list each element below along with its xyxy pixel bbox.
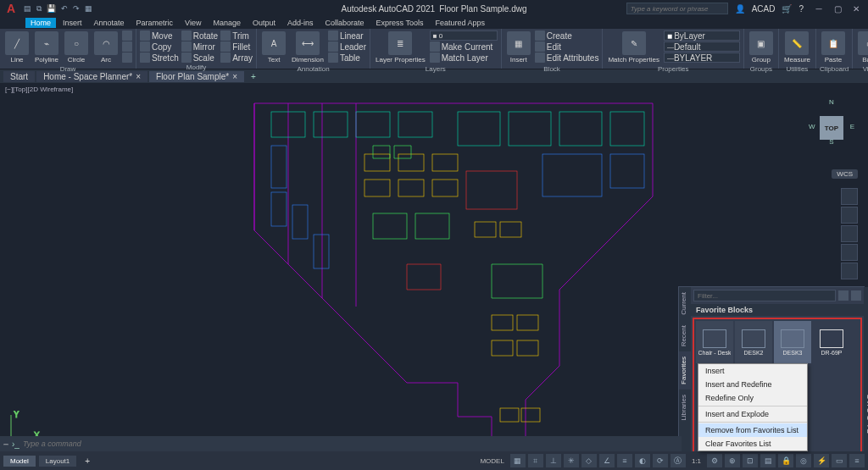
annotation-monitor-icon[interactable]: ⊕ [725,454,740,467]
palette-tab-recent[interactable]: Recent [679,320,691,351]
insert-block-button[interactable]: ▦Insert [505,30,532,64]
draw-extra-1[interactable] [122,30,132,41]
zoom-extents-icon[interactable] [841,225,858,242]
qat-share-icon[interactable]: ▦ [85,4,92,14]
qat-open-icon[interactable]: ⧉ [36,4,42,14]
help-icon[interactable]: ? [798,4,804,14]
palette-title-bar[interactable]: BLOCKS [864,287,868,470]
user-label[interactable]: ACAD [752,4,776,14]
base-view-button[interactable]: ▭Base [856,30,868,64]
arc-button[interactable]: ◠Arc [92,30,120,64]
viewcube-west[interactable]: W [809,123,815,130]
tab-output[interactable]: Output [248,18,281,28]
transparency-toggle-icon[interactable]: ◐ [635,454,650,467]
qat-undo-icon[interactable]: ↶ [61,4,68,14]
tab-expresstools[interactable]: Express Tools [371,18,429,28]
edit-attrs-button[interactable]: Edit Attributes [535,53,599,63]
ctx-insert-explode[interactable]: Insert and Explode [698,407,807,421]
new-tab-button[interactable]: + [246,72,261,81]
qat-redo-icon[interactable]: ↷ [73,4,80,14]
tab-view[interactable]: View [180,18,206,28]
clean-screen-icon[interactable]: ▭ [832,454,847,467]
leader-button[interactable]: Leader [328,41,366,52]
measure-button[interactable]: 📏Measure [782,30,812,64]
tab-addins[interactable]: Add-ins [282,18,319,28]
layout-tab-model[interactable]: Model [3,456,36,467]
close-button[interactable]: ✕ [848,4,865,14]
lineweight-toggle-icon[interactable]: ≡ [617,454,632,467]
polar-toggle-icon[interactable]: ✳ [564,454,579,467]
edit-block-button[interactable]: Edit [535,41,599,52]
palette-tab-libraries[interactable]: Libraries [679,390,691,426]
modelspace-label[interactable]: MODEL [476,457,507,465]
command-input[interactable] [23,440,678,448]
ctx-insert[interactable]: Insert [698,364,807,378]
create-block-button[interactable]: Create [535,30,599,41]
qat-save-icon[interactable]: 💾 [47,4,56,14]
annotation-scale[interactable]: 1:1 [688,457,704,465]
ctx-insert-redefine[interactable]: Insert and Redefine [698,378,807,391]
palette-view-icon[interactable] [838,290,849,301]
block-chair-desk[interactable]: Chair - Desk [696,321,733,363]
block-desk2[interactable]: DESK2 [735,321,772,363]
isolate-icon[interactable]: ◎ [796,454,811,467]
table-button[interactable]: Table [328,53,366,63]
trim-button[interactable]: Trim [220,30,253,41]
palette-refresh-icon[interactable] [851,290,861,301]
close-icon[interactable]: × [136,72,141,81]
cycling-toggle-icon[interactable]: ⟳ [653,454,668,467]
app-logo[interactable]: A [3,1,19,16]
otrack-toggle-icon[interactable]: ∠ [599,454,615,467]
block-desk3[interactable]: DESK3 [774,321,811,363]
drawing-canvas[interactable]: YX N S E W TOP WCS Current Recent Favori… [0,95,868,451]
copy-button[interactable]: Copy [140,41,179,52]
group-button[interactable]: ▣Group [748,30,775,64]
file-tab-floorplan[interactable]: Floor Plan Sample*× [149,71,244,82]
palette-tab-favorites[interactable]: Favorites [679,351,691,390]
viewcube-face[interactable]: TOP [820,116,843,140]
command-line[interactable]: ⎓ ›_ [0,436,682,451]
circle-button[interactable]: ○Circle [63,30,90,64]
line-button[interactable]: ╱Line [3,30,31,64]
viewcube[interactable]: N S E W TOP [802,98,861,158]
annoscale-icon[interactable]: Ⓐ [670,454,686,467]
color-combo[interactable]: ■ ByLayer [664,30,740,41]
units-icon[interactable]: ⊡ [743,454,758,467]
make-current-button[interactable]: Make Current [430,41,498,52]
scale-button[interactable]: Scale [181,53,218,63]
hardware-accel-icon[interactable]: ⚡ [814,454,829,467]
palette-tab-current[interactable]: Current [679,287,691,320]
tab-home[interactable]: Home [25,18,56,28]
linear-dim-button[interactable]: Linear [328,30,366,41]
move-button[interactable]: Move [140,30,179,41]
rotate-button[interactable]: Rotate [181,30,218,41]
showmotion-icon[interactable] [841,263,858,279]
block-dr69p[interactable]: DR-69P [813,321,850,363]
viewport-controls[interactable]: [−][Top][2D Wireframe] [0,83,868,95]
draw-extra-3[interactable] [122,53,132,63]
help-search-input[interactable] [626,3,728,14]
qat-new-icon[interactable]: ▤ [24,4,31,14]
tab-featuredapps[interactable]: Featured Apps [430,18,490,28]
dimension-button[interactable]: ⟷Dimension [290,30,326,64]
match-props-button[interactable]: ✎Match Properties [606,30,660,64]
maximize-button[interactable]: ▢ [829,4,846,14]
grid-toggle-icon[interactable]: ▦ [510,454,526,467]
draw-extra-2[interactable] [122,41,132,52]
full-nav-wheel-icon[interactable] [841,188,858,205]
match-layer-button[interactable]: Match Layer [430,53,498,63]
tab-collaborate[interactable]: Collaborate [320,18,370,28]
orbit-icon[interactable] [841,244,858,261]
lock-ui-icon[interactable]: 🔒 [778,454,793,467]
text-button[interactable]: AText [260,30,287,64]
layer-properties-button[interactable]: ≣Layer Properties [374,30,427,64]
lineweight-combo[interactable]: — Default [664,41,740,52]
quickprops-icon[interactable]: ▤ [760,454,776,467]
viewcube-east[interactable]: E [850,123,854,130]
layer-combo[interactable]: ■ 0 [430,30,498,41]
customize-status-icon[interactable]: ≡ [849,454,865,467]
array-button[interactable]: Array [220,53,253,63]
tab-annotate[interactable]: Annotate [89,18,130,28]
ctx-remove-favorites[interactable]: Remove from Favorites List [698,423,807,437]
viewcube-north[interactable]: N [829,98,834,106]
